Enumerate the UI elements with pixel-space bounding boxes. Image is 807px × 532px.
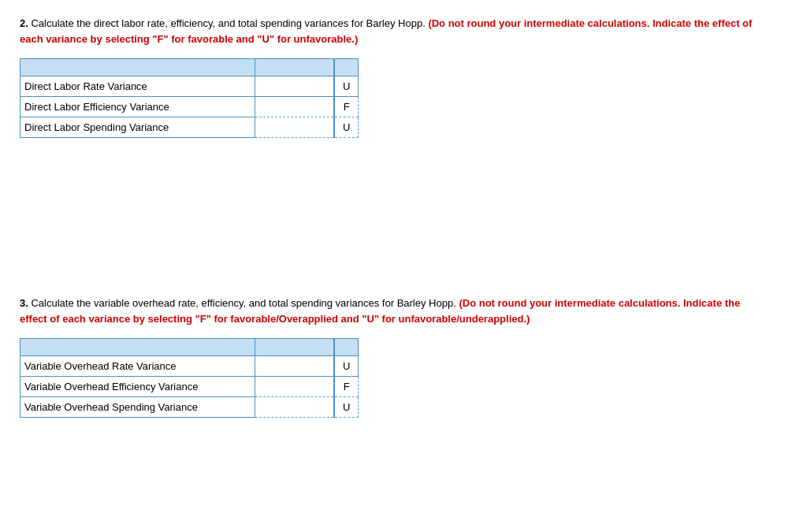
- row-2-value-cell: [255, 97, 334, 117]
- question-2-number: 2.: [20, 17, 28, 29]
- header-indicator-cell: [334, 339, 358, 356]
- row-3-label: Direct Labor Spending Variance: [20, 117, 255, 138]
- row-6-value-input[interactable]: [259, 399, 329, 415]
- row-1-value-cell: [255, 76, 334, 97]
- table-header-row: [20, 339, 359, 356]
- table-row: Direct Labor Rate Variance U: [20, 76, 359, 97]
- row-3-value-cell: [255, 117, 334, 138]
- row-3-indicator: U: [334, 117, 358, 138]
- row-6-value-cell: [255, 397, 334, 418]
- table-row: Direct Labor Spending Variance U: [20, 117, 359, 138]
- row-5-value-input[interactable]: [259, 378, 329, 395]
- row-6-indicator: U: [334, 397, 358, 418]
- row-1-label: Direct Labor Rate Variance: [20, 76, 255, 97]
- question-3-block: 3. Calculate the variable overhead rate,…: [20, 296, 787, 418]
- row-6-label: Variable Overhead Spending Variance: [20, 397, 255, 418]
- row-2-indicator: F: [334, 97, 358, 117]
- row-5-label: Variable Overhead Efficiency Variance: [20, 377, 255, 397]
- header-value-cell: [255, 59, 334, 76]
- row-4-value-input[interactable]: [259, 358, 329, 374]
- question-3-text: 3. Calculate the variable overhead rate,…: [20, 296, 768, 326]
- row-4-value-cell: [255, 356, 334, 377]
- header-label-cell: [20, 339, 255, 356]
- table-header-row: [20, 59, 359, 76]
- table-row: Direct Labor Efficiency Variance F: [20, 97, 359, 117]
- question-3-text-before: Calculate the variable overhead rate, ef…: [28, 297, 456, 309]
- header-indicator-cell: [334, 59, 358, 76]
- table-row: Variable Overhead Efficiency Variance F: [20, 377, 359, 397]
- row-1-indicator: U: [334, 76, 358, 97]
- table-row: Variable Overhead Spending Variance U: [20, 397, 359, 418]
- row-3-value-input[interactable]: [259, 119, 329, 136]
- row-2-label: Direct Labor Efficiency Variance: [20, 97, 255, 117]
- header-value-cell: [255, 339, 334, 356]
- question-2-table: Direct Labor Rate Variance U Direct Labo…: [20, 58, 359, 138]
- row-4-indicator: U: [334, 356, 358, 377]
- question-3-number: 3.: [20, 297, 28, 309]
- question-3-table: Variable Overhead Rate Variance U Variab…: [20, 338, 359, 418]
- row-1-value-input[interactable]: [259, 78, 329, 95]
- table-row: Variable Overhead Rate Variance U: [20, 356, 359, 377]
- row-2-value-input[interactable]: [259, 99, 329, 115]
- row-5-indicator: F: [334, 377, 358, 397]
- question-2-text: 2. Calculate the direct labor rate, effi…: [20, 16, 768, 47]
- row-5-value-cell: [255, 377, 334, 397]
- question-2-text-before: Calculate the direct labor rate, efficie…: [28, 17, 426, 29]
- row-4-label: Variable Overhead Rate Variance: [20, 356, 255, 377]
- header-label-cell: [20, 59, 255, 76]
- question-2-block: 2. Calculate the direct labor rate, effi…: [20, 16, 787, 138]
